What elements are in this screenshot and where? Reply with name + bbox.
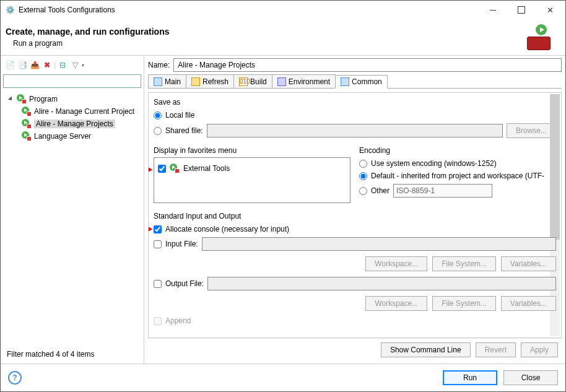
help-button[interactable]: ? xyxy=(8,371,22,385)
stdio-heading: Standard Input and Output xyxy=(154,212,556,220)
annotation-arrow-icon xyxy=(148,222,152,237)
delete-config-button[interactable]: ✖ xyxy=(41,59,53,71)
tree-root-program[interactable]: Program xyxy=(3,93,141,105)
config-tree[interactable]: Program Alire - Manage Current Project A… xyxy=(3,90,141,345)
collapse-all-button[interactable]: ⊟ xyxy=(57,59,68,71)
filter-button[interactable]: ▽ xyxy=(69,59,81,71)
run-icon xyxy=(536,24,547,35)
window-close-button[interactable] xyxy=(536,1,564,19)
left-panel: 📄 📑 📤 ✖ | ⊟ ▽ ▾ Program Alire - Manage C… xyxy=(1,56,144,364)
program-icon xyxy=(17,94,27,104)
input-workspace-button: Workspace... xyxy=(365,256,427,271)
header-decoration xyxy=(527,24,555,50)
window-maximize-button[interactable] xyxy=(507,1,536,19)
apply-button: Apply xyxy=(521,342,558,357)
dialog-footer: ? Run Close xyxy=(1,364,565,391)
common-tab-icon xyxy=(341,77,349,86)
tree-item[interactable]: Alire - Manage Projects xyxy=(3,118,141,130)
tab-build[interactable]: 010Build xyxy=(233,74,272,88)
window-titlebar: ⚙️ External Tools Configurations xyxy=(1,1,565,19)
input-variables-button: Variables... xyxy=(501,256,556,271)
favorites-list[interactable]: External Tools xyxy=(154,157,350,203)
allocate-console-check[interactable]: Allocate console (necessary for input) xyxy=(154,223,556,235)
tree-root-label: Program xyxy=(29,95,58,103)
program-icon xyxy=(22,107,32,116)
encoding-other-radio[interactable]: Other xyxy=(359,182,556,199)
favorites-external-tools-check[interactable]: External Tools xyxy=(158,162,346,175)
revert-button: Revert xyxy=(476,342,516,357)
header-title: Create, manage, and run configurations xyxy=(6,27,527,37)
name-input[interactable] xyxy=(173,58,562,72)
main-tab-icon xyxy=(154,77,162,86)
right-panel: Name: Main Refresh 010Build Environment … xyxy=(144,56,565,364)
duplicate-config-button[interactable]: 📑 xyxy=(17,59,28,71)
window-title: External Tools Configurations xyxy=(19,6,479,14)
tree-item-label: Alire - Manage Current Project xyxy=(34,107,134,116)
tab-content-common: Save as Local file Shared file: Browse..… xyxy=(148,92,562,338)
app-icon: ⚙️ xyxy=(6,6,15,14)
tree-item[interactable]: Language Server xyxy=(3,130,141,142)
program-icon xyxy=(170,163,180,173)
output-workspace-button: Workspace... xyxy=(365,296,427,311)
browse-button: Browse... xyxy=(507,123,556,138)
encoding-other-select xyxy=(393,184,492,198)
tab-common[interactable]: Common xyxy=(335,75,388,89)
new-config-button[interactable]: 📄 xyxy=(4,59,15,71)
environment-tab-icon xyxy=(277,77,286,86)
output-filesystem-button: File System... xyxy=(432,296,496,311)
annotation-arrow-icon xyxy=(148,162,152,177)
refresh-tab-icon xyxy=(191,77,200,86)
shared-file-path-input xyxy=(207,124,503,137)
program-icon xyxy=(22,131,32,141)
program-icon xyxy=(22,119,32,129)
filter-text-input[interactable] xyxy=(3,74,141,88)
header-subtitle: Run a program xyxy=(13,39,527,48)
window-minimize-button[interactable] xyxy=(479,1,507,19)
name-label: Name: xyxy=(148,61,170,69)
close-button[interactable]: Close xyxy=(503,370,558,385)
tree-item-label: Alire - Manage Projects xyxy=(34,120,115,128)
build-tab-icon: 010 xyxy=(239,77,248,86)
expand-icon[interactable] xyxy=(7,95,14,103)
tab-environment[interactable]: Environment xyxy=(272,74,336,88)
tab-bar: Main Refresh 010Build Environment Common xyxy=(148,74,562,89)
save-as-heading: Save as xyxy=(154,98,556,107)
show-command-line-button[interactable]: Show Command Line xyxy=(381,342,471,357)
input-file-path-input xyxy=(202,237,556,251)
encoding-system-radio[interactable]: Use system encoding (windows-1252) xyxy=(359,157,556,170)
save-as-shared-radio[interactable]: Shared file: xyxy=(154,126,203,135)
tab-refresh[interactable]: Refresh xyxy=(186,74,234,88)
run-button[interactable]: Run xyxy=(443,370,497,385)
tree-item-label: Language Server xyxy=(34,132,91,141)
filter-status: Filter matched 4 of 4 items xyxy=(3,347,141,361)
encoding-heading: Encoding xyxy=(359,146,556,155)
output-file-path-input xyxy=(207,277,556,290)
favorites-heading: Display in favorites menu xyxy=(154,146,350,155)
encoding-default-radio[interactable]: Default - inherited from project and wor… xyxy=(359,170,556,182)
export-config-button[interactable]: 📤 xyxy=(29,59,40,71)
toolbox-icon xyxy=(527,37,551,50)
tree-item[interactable]: Alire - Manage Current Project xyxy=(3,105,141,118)
save-as-local-radio[interactable]: Local file xyxy=(154,109,556,121)
config-action-buttons: Show Command Line Revert Apply xyxy=(148,338,562,361)
output-variables-button: Variables... xyxy=(501,296,556,311)
config-toolbar: 📄 📑 📤 ✖ | ⊟ ▽ ▾ xyxy=(3,58,141,72)
input-file-check[interactable]: Input File: xyxy=(154,240,198,248)
input-filesystem-button: File System... xyxy=(432,256,496,271)
dialog-header: Create, manage, and run configurations R… xyxy=(1,19,565,55)
output-file-check[interactable]: Output File: xyxy=(154,279,204,288)
append-check: Append xyxy=(154,315,556,327)
tab-main[interactable]: Main xyxy=(148,74,186,88)
